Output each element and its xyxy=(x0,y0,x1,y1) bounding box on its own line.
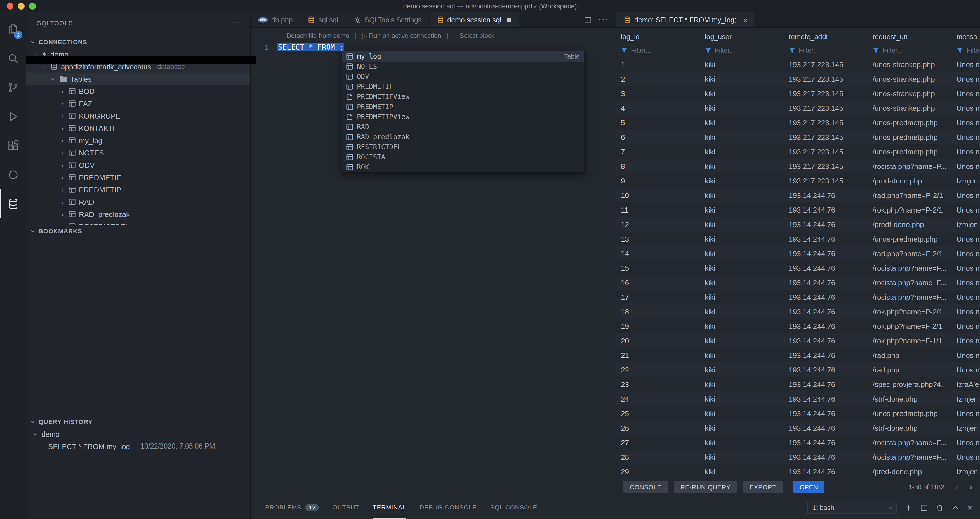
suggestion-predmetip[interactable]: PREDMETIP xyxy=(342,102,584,112)
chevron-right-icon[interactable]: › xyxy=(59,88,65,95)
table-item[interactable]: ›my_log xyxy=(26,134,250,146)
result-row[interactable]: 9kiki193.217.223.145/pred-done.phpIzmjen xyxy=(616,174,980,188)
chevron-right-icon[interactable]: › xyxy=(59,137,65,144)
table-item[interactable]: ›FAZ xyxy=(26,97,250,110)
activitybar-item-explorer[interactable]: 2 xyxy=(0,14,26,44)
column-header-messa[interactable]: messa xyxy=(952,30,980,44)
table-item[interactable]: ›RAD_predlozak xyxy=(26,208,250,220)
result-row[interactable]: 3kiki193.217.223.145/unos-strankep.phpUn… xyxy=(616,86,980,101)
chevron-down-icon[interactable]: › xyxy=(32,431,39,437)
result-row[interactable]: 10kiki193.14.244.76/rad.php?name=P-2/1Un… xyxy=(616,188,980,202)
chevron-right-icon[interactable]: › xyxy=(59,198,65,205)
result-row[interactable]: 15kiki193.14.244.76/rocista.php?name=F..… xyxy=(616,261,980,275)
close-panel-icon[interactable]: × xyxy=(967,503,972,512)
result-row[interactable]: 11kiki193.14.244.76/rok.php?name=P-2/1Un… xyxy=(616,202,980,217)
query-history-entry[interactable]: SELECT * FROM my_log; 10/22/2020, 7:05:0… xyxy=(26,440,250,452)
filter-input-request_uri[interactable]: Filter... xyxy=(868,44,952,57)
maximize-panel-icon[interactable] xyxy=(951,504,959,511)
activitybar-item-run-debug[interactable] xyxy=(0,102,26,131)
suggestion-my_log[interactable]: my_logTable xyxy=(342,51,584,62)
previous-page-icon[interactable]: ‹ xyxy=(955,482,958,492)
re-run-query-button[interactable]: RE-RUN QUERY xyxy=(674,481,737,493)
table-item[interactable]: ›RAD xyxy=(26,196,250,208)
result-row[interactable]: 6kiki193.217.223.145/unos-predmetp.phpUn… xyxy=(616,130,980,144)
result-row[interactable]: 12kiki193.14.244.76/predf-done.phpIzmjen xyxy=(616,217,980,232)
connections-section-header[interactable]: › CONNECTIONS xyxy=(26,36,250,48)
chevron-right-icon[interactable]: › xyxy=(59,100,65,107)
result-row[interactable]: 16kiki193.14.244.76/rocista.php?name=F..… xyxy=(616,275,980,290)
editor-line[interactable]: 1 SELECT * FROM ; xyxy=(251,42,344,52)
new-terminal-icon[interactable] xyxy=(905,504,912,511)
result-row[interactable]: 29kiki193.14.244.76/pred-done.phpIzmjen xyxy=(616,464,980,478)
query-history-section-header[interactable]: › QUERY HISTORY xyxy=(26,416,250,428)
column-header-log_user[interactable]: log_user xyxy=(700,30,784,44)
result-row[interactable]: 13kiki193.14.244.76/unos-predmetp.phpUno… xyxy=(616,232,980,246)
suggestion-restrictdel[interactable]: RESTRICTDEL xyxy=(342,142,584,152)
result-row[interactable]: 21kiki193.14.244.76/rad.phpUnos n xyxy=(616,348,980,362)
tab-db-php[interactable]: phpdb.php xyxy=(251,12,301,27)
chevron-down-icon[interactable]: › xyxy=(41,64,48,70)
chevron-right-icon[interactable]: › xyxy=(59,174,65,181)
split-terminal-icon[interactable] xyxy=(920,504,928,511)
suggestion-rocista[interactable]: ROCISTA xyxy=(342,152,584,162)
activitybar-item-extensions[interactable] xyxy=(0,131,26,160)
result-row[interactable]: 27kiki193.14.244.76/rocista.php?name=F..… xyxy=(616,435,980,450)
suggestion-rad[interactable]: RAD xyxy=(342,122,584,132)
filter-input-log_user[interactable]: Filter... xyxy=(700,44,784,57)
suggestion-rad_predlozak[interactable]: RAD_predlozak xyxy=(342,132,584,142)
result-row[interactable]: 2kiki193.217.223.145/unos-strankep.phpUn… xyxy=(616,72,980,86)
detach-file-link[interactable]: Detach file from demo xyxy=(286,32,349,39)
suggestion-predmetif[interactable]: PREDMETIF xyxy=(342,82,584,92)
result-row[interactable]: 25kiki193.14.244.76/unos-predmetp.phpUno… xyxy=(616,406,980,420)
table-item[interactable]: ›RESTRICTDEL xyxy=(26,220,250,225)
close-icon[interactable]: × xyxy=(743,15,748,24)
table-item[interactable]: ›PREDMETIF xyxy=(26,171,250,183)
table-item[interactable]: ›ODV xyxy=(26,159,250,171)
chevron-down-icon[interactable]: › xyxy=(50,76,57,82)
suggestion-rok[interactable]: ROK xyxy=(342,162,584,172)
suggestion-predmetifview[interactable]: PREDMETIFView xyxy=(342,92,584,102)
suggestion-predmetipview[interactable]: PREDMETIPView xyxy=(342,112,584,122)
activitybar-item-source-control[interactable] xyxy=(0,73,26,102)
panel-tab-problems[interactable]: PROBLEMS12 xyxy=(265,496,319,519)
result-row[interactable]: 28kiki193.14.244.76/rocista.php?name=F..… xyxy=(616,450,980,464)
tab-demo-session-sql[interactable]: demo.session.sql xyxy=(429,12,519,27)
result-row[interactable]: 4kiki193.217.223.145/unos-strankep.phpUn… xyxy=(616,101,980,115)
table-item[interactable]: ›PREDMETIP xyxy=(26,183,250,196)
result-row[interactable]: 22kiki193.14.244.76/rad.phpUnos n xyxy=(616,362,980,377)
kill-terminal-icon[interactable] xyxy=(936,504,943,511)
suggestion-odv[interactable]: ODV xyxy=(342,72,584,82)
panel-tab-output[interactable]: OUTPUT xyxy=(332,496,360,519)
chevron-right-icon[interactable]: › xyxy=(59,186,65,193)
result-row[interactable]: 1kiki193.217.223.145/unos-strankep.phpUn… xyxy=(616,57,980,72)
chevron-right-icon[interactable]: › xyxy=(59,161,65,169)
chevron-right-icon[interactable]: › xyxy=(59,112,65,119)
result-row[interactable]: 7kiki193.217.223.145/unos-predmetp.phpUn… xyxy=(616,144,980,159)
activitybar-item-sqltools[interactable] xyxy=(0,189,26,218)
close-window-button[interactable] xyxy=(7,3,13,9)
terminal-picker[interactable]: 1: bash › xyxy=(807,501,897,514)
tables-folder[interactable]: › Tables xyxy=(26,73,250,85)
chevron-right-icon[interactable]: › xyxy=(59,210,65,218)
result-row[interactable]: 24kiki193.14.244.76/strf-done.phpIzmjen xyxy=(616,392,980,406)
column-header-remote_addr[interactable]: remote_addr xyxy=(784,30,868,44)
bookmarks-section-header[interactable]: › BOOKMARKS xyxy=(26,225,250,237)
activitybar-item-circle[interactable] xyxy=(0,160,26,189)
next-page-icon[interactable]: › xyxy=(969,482,972,492)
result-row[interactable]: 14kiki193.14.244.76/rad.php?name=F-2/1Un… xyxy=(616,246,980,261)
result-row[interactable]: 20kiki193.14.244.76/rok.php?name=F-1/1Un… xyxy=(616,333,980,348)
more-actions-icon[interactable]: ··· xyxy=(598,16,609,24)
tab-sqltools-settings[interactable]: SQLTools Settings xyxy=(346,12,429,27)
table-item[interactable]: ›BOD xyxy=(26,85,250,97)
open-button[interactable]: OPEN xyxy=(793,481,825,493)
console-button[interactable]: CONSOLE xyxy=(623,481,668,493)
result-row[interactable]: 8kiki193.217.223.145/rocista.php?name=P.… xyxy=(616,159,980,174)
results-tab[interactable]: demo: SELECT * FROM my_log; × xyxy=(616,12,756,27)
chevron-right-icon[interactable]: › xyxy=(59,124,65,132)
result-row[interactable]: 5kiki193.217.223.145/unos-predmetp.phpUn… xyxy=(616,115,980,130)
export-button[interactable]: EXPORT xyxy=(743,481,783,493)
zoom-window-button[interactable] xyxy=(29,3,36,9)
filter-input-messa[interactable]: Filter... xyxy=(952,44,980,57)
minimize-window-button[interactable] xyxy=(18,3,25,9)
tab-sql-sql[interactable]: sql.sql xyxy=(301,12,346,27)
